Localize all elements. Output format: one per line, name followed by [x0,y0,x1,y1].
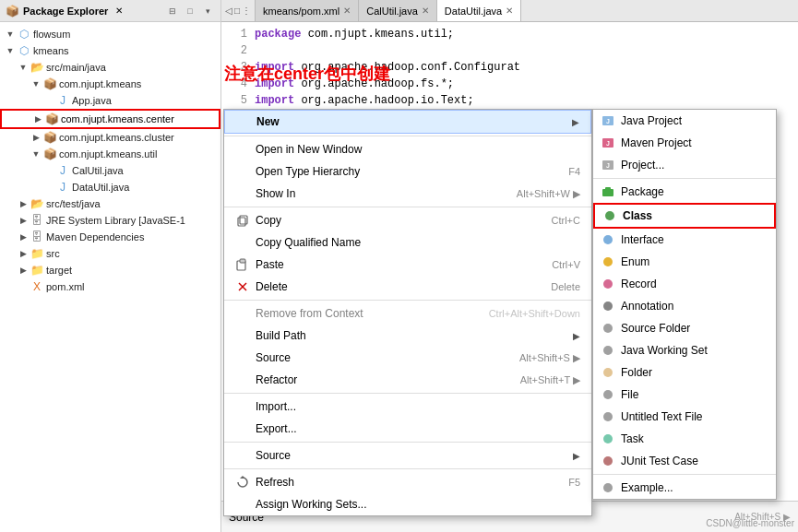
tree-arrow: ▶ [17,216,30,225]
submenu-label: Project... [621,159,664,171]
tree-icon: 📂 [30,196,44,211]
toolbar-icon[interactable]: □ [234,6,240,16]
tree-item-DataUtil.java[interactable]: JDataUtil.java [0,179,220,195]
menu-item-remove-context[interactable]: Remove from ContextCtrl+Alt+Shift+Down [224,302,591,325]
menu-item-source[interactable]: SourceAlt+Shift+S ▶ [224,347,591,369]
submenu-item-enum[interactable]: Enum [593,251,776,273]
submenu-icon [601,480,615,495]
panel-close-icon[interactable]: ✕ [115,6,123,16]
context-menu: New▶Open in New WindowOpen Type Hierarch… [223,109,592,516]
submenu-item-project[interactable]: JProject... [593,154,776,176]
editor-tab[interactable]: DataUtil.java✕ [437,0,521,21]
tree-item-pom.xml[interactable]: Xpom.xml [0,278,220,295]
submenu-icon [601,277,615,291]
tree-item-src-main-java[interactable]: ▼📂src/main/java [0,59,220,76]
submenu-item-maven-project[interactable]: JMaven Project [593,132,776,154]
tab-close-button[interactable]: ✕ [506,6,513,16]
menu-item-import[interactable]: Import... [224,396,591,418]
submenu-item-annotation[interactable]: Annotation [593,295,776,317]
tab-close-button[interactable]: ✕ [422,6,429,16]
package-explorer-panel: 📦 Package Explorer ✕ ⊟ □ ▾ ▼⬡flowsum▼⬡km… [0,0,221,532]
menu-item-delete[interactable]: DeleteDelete [224,276,591,298]
tree-item-maven-deps[interactable]: ▶🗄Maven Dependencies [0,229,220,245]
tab-close-button[interactable]: ✕ [343,6,351,16]
menu-item-copy[interactable]: CopyCtrl+C [224,209,591,231]
tree-item-com.njupt.kmeans.cluster[interactable]: ▶📦com.njupt.kmeans.cluster [0,129,220,146]
submenu-item-record[interactable]: Record [593,273,776,295]
tree-item-CalUtil.java[interactable]: JCalUtil.java [0,162,220,179]
submenu-item-java-working-set[interactable]: Java Working Set [593,339,776,361]
menu-item-export[interactable]: Export... [224,418,591,440]
submenu-item-example[interactable]: Example... [593,477,776,499]
menu-item-source2[interactable]: Source▶ [224,444,591,467]
menu-item-right: ▶ [573,451,580,461]
submenu-item-task[interactable]: Task [593,428,776,450]
tree-item-src[interactable]: ▶📁src [0,245,220,262]
watermark: CSDN@little-monster [706,518,794,528]
menu-item-label: Export... [256,422,297,435]
menu-item-icon [235,372,250,387]
submenu-item-java-project[interactable]: JJava Project [593,110,776,132]
line-number: 5 [225,92,247,109]
submenu-item-source-folder[interactable]: Source Folder [593,317,776,339]
toolbar-icon[interactable]: ⋮ [242,6,251,16]
menu-item-show-in[interactable]: Show InAlt+Shift+W ▶ [224,183,591,205]
tree-label: com.njupt.kmeans.util [59,148,157,160]
svg-point-27 [603,483,613,492]
submenu-item-file[interactable]: File [593,384,776,406]
svg-point-15 [605,211,614,220]
view-menu-icon[interactable]: ▾ [200,4,215,18]
menu-item-left: Open in New Window [235,142,362,157]
menu-item-paste[interactable]: PasteCtrl+V [224,254,591,276]
submenu-icon [601,184,615,199]
code-line: 1package com.njupt.kmeans.util; [225,26,794,42]
maximize-icon[interactable]: □ [183,4,197,18]
editor-tab[interactable]: CalUtil.java✕ [359,0,437,21]
tree-arrow: ▼ [4,46,17,55]
submenu-item-interface[interactable]: Interface [593,229,776,251]
menu-item-copy-qualified[interactable]: Copy Qualified Name [224,231,591,254]
menu-item-refactor[interactable]: RefactorAlt+Shift+T ▶ [224,369,591,391]
tree-item-jre-system[interactable]: ▶🗄JRE System Library [JavaSE-1 [0,212,220,229]
tree-item-com.njupt.kmeans.center[interactable]: ▶📦com.njupt.kmeans.center [0,109,220,129]
submenu-item-class[interactable]: Class [593,203,776,229]
tree-item-src-test-java[interactable]: ▶📂src/test/java [0,195,220,212]
submenu-item-folder[interactable]: Folder [593,361,776,384]
tree-label: src/main/java [46,62,106,73]
tree-item-App.java[interactable]: JApp.java [0,92,220,109]
menu-item-left: Source [235,448,291,463]
code-text: import org.apache.hadoop.io.Text; [255,92,474,109]
submenu-icon [601,232,615,247]
code-line: 2 [225,42,794,59]
submenu-icon [601,432,615,446]
menu-item-open-type[interactable]: Open Type HierarchyF4 [224,160,591,183]
editor-tab[interactable]: kmeans/pom.xml✕ [256,0,359,21]
menu-item-open-window[interactable]: Open in New Window [224,138,591,160]
tree-item-target[interactable]: ▶📁target [0,262,220,278]
submenu-label: File [621,388,638,401]
submenu-item-package[interactable]: Package [593,181,776,203]
menu-item-right: Delete [529,281,580,292]
menu-item-assign-working[interactable]: Assign Working Sets... [224,493,591,515]
line-number: 1 [225,26,247,42]
submenu-icon [601,254,615,269]
tree-item-com.njupt.kmeans.util[interactable]: ▼📦com.njupt.kmeans.util [0,146,220,162]
menu-shortcut: Alt+Shift+T ▶ [520,374,580,386]
menu-item-new[interactable]: New▶ [224,110,591,134]
menu-item-refresh[interactable]: RefreshF5 [224,471,591,493]
submenu-item-untitled-text[interactable]: Untitled Text File [593,406,776,428]
tree-item-com.njupt.kmeans[interactable]: ▼📦com.njupt.kmeans [0,76,220,92]
tree-item-kmeans[interactable]: ▼⬡kmeans [0,42,220,59]
submenu-separator [593,178,776,179]
tree-item-flowsum[interactable]: ▼⬡flowsum [0,26,220,42]
toolbar-icon[interactable]: ◁ [225,6,232,16]
menu-item-build-path[interactable]: Build Path▶ [224,325,591,347]
submenu-item-junit-test[interactable]: JUnit Test Case [593,450,776,472]
menu-arrow: ▶ [573,331,580,341]
line-number: 3 [225,59,247,76]
submenu-label: Annotation [621,300,673,313]
tree-icon: 📂 [30,60,44,75]
minimize-icon[interactable]: ⊟ [165,4,180,18]
menu-arrow: ▶ [573,451,580,461]
tree-icon: ⬡ [17,27,31,41]
